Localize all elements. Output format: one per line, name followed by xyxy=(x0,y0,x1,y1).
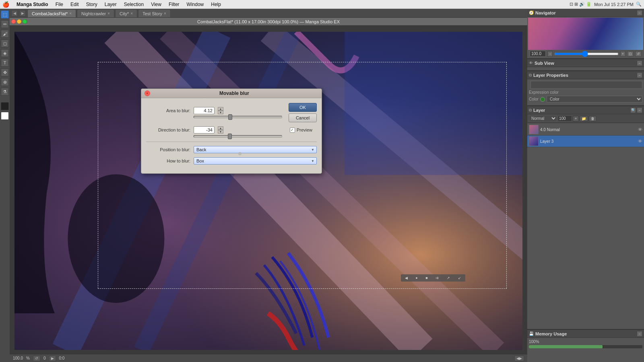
dialog-ok-button[interactable]: OK xyxy=(289,103,317,112)
nav-zoom-out[interactable]: − xyxy=(547,51,553,57)
tab-close-night[interactable]: × xyxy=(107,11,110,16)
layerprop-collapse[interactable]: − xyxy=(637,72,642,78)
tool-icon-brush[interactable]: 🖌 xyxy=(1,30,9,38)
tool-icon-text[interactable]: T xyxy=(1,59,9,67)
area-blur-up[interactable]: ▲ xyxy=(218,107,223,111)
doc-title-bar: CombatJacksFlat* (11.00 x 17.00in 300dpi… xyxy=(10,18,527,26)
tab-teststory[interactable]: Test Story × xyxy=(138,9,171,17)
direction-blur-slider[interactable] xyxy=(194,135,282,138)
layer-item[interactable]: 4.0 Normal 👁 xyxy=(527,124,644,136)
layer-panel: ⧉ Layer 🔍 − Normal + 📁 🗑 4.0 Normal 👁 xyxy=(527,106,644,330)
main-area: ◀ ▶ CombatJacksFlat* × Nightcrawler × Ci… xyxy=(10,9,527,362)
how-blur-select[interactable]: Box Gaussian xyxy=(194,157,317,165)
layer-thumb-2 xyxy=(529,136,539,146)
tab-scroll-right[interactable]: ▶ xyxy=(19,10,26,16)
memory-usage-label: 100% xyxy=(529,339,642,344)
tab-combatjacksflat[interactable]: CombatJacksFlat* × xyxy=(27,9,76,17)
canvas-area[interactable]: ◀ ● ■ ⇉ ↗ ↙ xyxy=(10,26,527,354)
menu-app[interactable]: Manga Studio xyxy=(13,1,52,8)
status-nav-btn[interactable]: ◀▶ xyxy=(514,356,524,361)
tool-icon-pen[interactable]: ✏ xyxy=(1,20,9,28)
preview-section: ✓ Preview xyxy=(285,128,317,137)
tab-close-city[interactable]: × xyxy=(130,11,133,16)
canvas-toolbar-btn-4[interactable]: ⇉ xyxy=(436,276,439,280)
status-play-btn[interactable]: ▶ xyxy=(49,356,56,361)
preview-checkbox[interactable]: ✓ xyxy=(290,128,295,133)
direction-blur-input[interactable] xyxy=(194,126,215,134)
area-blur-input[interactable] xyxy=(194,107,215,114)
direction-blur-spinner: ▲ ▼ xyxy=(218,126,223,134)
apple-menu[interactable]: 🍎 xyxy=(2,1,9,8)
layerprop-color-select[interactable]: Color xyxy=(547,96,642,103)
tool-icon-backcolor[interactable] xyxy=(1,112,9,120)
tool-icon-select[interactable]: ⬚ xyxy=(1,10,9,19)
right-panel: 🧭 Navigator − − + ⊡ ↺ 👁 Sub View xyxy=(527,9,644,362)
nav-rotate[interactable]: ↺ xyxy=(635,51,642,57)
layer-folder-btn[interactable]: 📁 xyxy=(580,116,588,121)
doc-minimize-btn[interactable] xyxy=(17,19,21,24)
menu-selection[interactable]: Selection xyxy=(121,1,147,8)
canvas-toolbar-btn-2[interactable]: ● xyxy=(415,276,417,280)
dialog-close-button[interactable]: × xyxy=(144,90,150,96)
menu-filter[interactable]: Filter xyxy=(165,1,183,8)
canvas-toolbar-btn-5[interactable]: ↗ xyxy=(447,276,450,280)
tab-nightcrawler[interactable]: Nightcrawler × xyxy=(77,9,114,17)
direction-blur-down[interactable]: ▼ xyxy=(218,130,223,134)
navigator-zoom-input[interactable] xyxy=(530,51,546,57)
layer-add-btn[interactable]: + xyxy=(573,116,579,121)
canvas-background xyxy=(14,32,522,350)
magnifier-icon[interactable]: 🔍 xyxy=(636,2,642,7)
area-blur-down[interactable]: ▼ xyxy=(218,111,223,114)
tab-label-test: Test Story xyxy=(142,11,162,16)
tool-icon-forecolor[interactable] xyxy=(1,102,9,110)
menu-view[interactable]: View xyxy=(148,1,165,8)
menu-edit[interactable]: Edit xyxy=(67,1,82,8)
canvas-toolbar-btn-6[interactable]: ↙ xyxy=(458,276,461,280)
tab-close-test[interactable]: × xyxy=(164,11,166,16)
layer-delete-btn[interactable]: 🗑 xyxy=(589,116,597,121)
menu-file[interactable]: File xyxy=(52,1,66,8)
tab-close-combat[interactable]: × xyxy=(69,11,72,16)
tab-label-city: City* xyxy=(120,11,129,16)
area-blur-slider[interactable] xyxy=(194,116,282,118)
doc-maximize-btn[interactable] xyxy=(23,19,27,24)
layerprop-color-dot[interactable] xyxy=(540,97,545,102)
layer-opacity-input[interactable] xyxy=(558,115,572,121)
canvas-toolbar-btn-1[interactable]: ◀ xyxy=(405,276,408,280)
navigator-collapse[interactable]: − xyxy=(637,10,642,16)
status-rotate-btn[interactable]: ↺ xyxy=(33,356,40,361)
status-bar: 100.0 % ↺ 0 ▶ 0:0 ◀▶ xyxy=(10,354,527,362)
canvas-toolbar-btn-3[interactable]: ■ xyxy=(425,276,427,280)
nav-zoom-in[interactable]: + xyxy=(620,51,625,57)
layer-eye-1[interactable]: 👁 xyxy=(638,127,642,132)
menu-window[interactable]: Window xyxy=(184,1,207,8)
nav-thumb-inner xyxy=(528,18,643,50)
status-page: 0 xyxy=(43,356,46,360)
nav-fit[interactable]: ⊡ xyxy=(627,51,634,57)
memory-collapse[interactable]: − xyxy=(637,331,642,337)
tab-scroll-left[interactable]: ◀ xyxy=(11,10,18,16)
tool-icon-move[interactable]: ✥ xyxy=(1,68,9,76)
direction-blur-up[interactable]: ▲ xyxy=(218,126,223,130)
layer-collapse[interactable]: − xyxy=(637,107,642,113)
menu-story[interactable]: Story xyxy=(83,1,101,8)
tab-city[interactable]: City* × xyxy=(115,9,137,17)
layer-eye-2[interactable]: 👁 xyxy=(638,139,642,144)
layer-search[interactable]: 🔍 xyxy=(630,107,636,113)
layer-icon: ⧉ xyxy=(529,108,532,113)
subview-collapse[interactable]: − xyxy=(637,60,642,66)
menu-help[interactable]: Help xyxy=(208,1,224,8)
layer-item[interactable]: Layer 3 👁 xyxy=(527,136,644,147)
navigator-thumbnail[interactable] xyxy=(528,18,643,50)
tool-icon-eyedropper[interactable]: ⚗ xyxy=(1,88,9,96)
tab-bar: ◀ ▶ CombatJacksFlat* × Nightcrawler × Ci… xyxy=(10,9,527,18)
tool-icon-eraser[interactable]: ◻ xyxy=(1,39,9,47)
tool-icon-zoom[interactable]: ⊕ xyxy=(1,78,9,86)
position-blur-select[interactable]: Back Forward Both xyxy=(194,146,317,153)
dialog-cancel-button[interactable]: Cancel xyxy=(289,113,317,122)
layer-blend-select[interactable]: Normal xyxy=(529,115,557,122)
navigator-zoom-slider[interactable] xyxy=(554,53,618,55)
doc-close-btn[interactable] xyxy=(11,19,16,24)
tool-icon-fill[interactable]: ◈ xyxy=(1,49,9,57)
menu-layer[interactable]: Layer xyxy=(101,1,120,8)
